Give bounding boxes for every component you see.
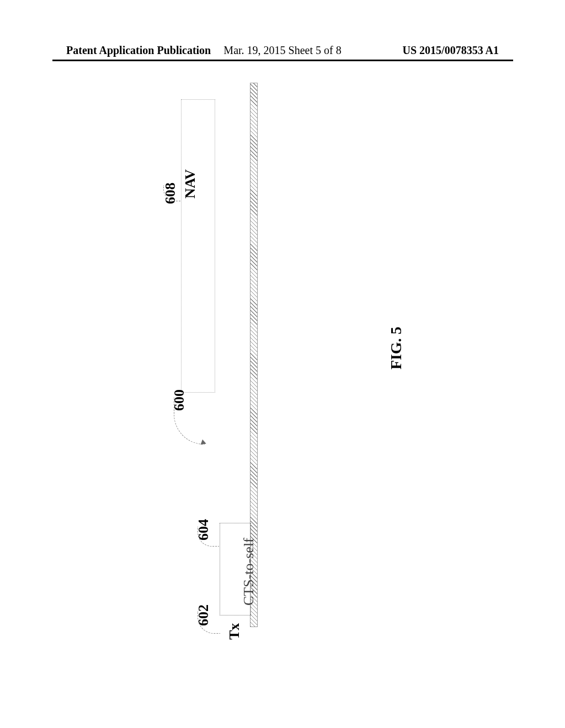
nav-label: NAV xyxy=(182,169,199,199)
leader-608 xyxy=(163,185,180,201)
leader-602 xyxy=(198,611,220,633)
leader-600 xyxy=(174,397,221,452)
tx-label: Tx xyxy=(226,623,243,640)
cts-to-self-label: CTS-to-self xyxy=(241,538,257,606)
page: Patent Application Publication Mar. 19, … xyxy=(0,0,565,728)
figure-5-diagram: CTS-to-self Tx NAV 602 604 600 608 FIG xyxy=(0,0,565,728)
figure-caption: FIG. 5 xyxy=(387,326,405,370)
arrowhead-icon xyxy=(201,440,207,446)
leader-604 xyxy=(198,527,218,546)
nav-box xyxy=(181,99,215,393)
